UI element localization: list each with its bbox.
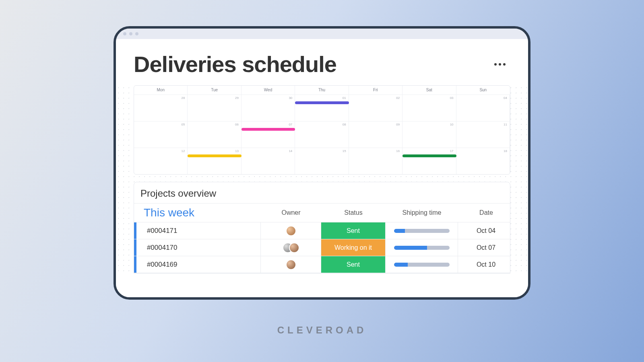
calendar-cell[interactable]: 28 (134, 95, 188, 121)
more-options-button[interactable] (491, 60, 509, 69)
calendar-date-number: 28 (182, 96, 185, 100)
calendar-header-row: Mon Tue Wed Thu Fri Sat Sun (134, 86, 510, 95)
cell-status[interactable]: Sent (321, 256, 386, 273)
calendar-cell[interactable]: 17 (402, 148, 456, 174)
more-dot-icon (503, 63, 506, 66)
calendar-event-bar[interactable] (188, 154, 241, 157)
project-id-text: #0004170 (136, 239, 261, 256)
shipping-progress-bar[interactable] (394, 229, 450, 233)
shipping-progress-bar[interactable] (394, 263, 450, 267)
calendar-date-number: 05 (182, 123, 185, 126)
cell-shipping-time (386, 239, 458, 256)
calendar-cell[interactable]: 02 (349, 95, 402, 121)
projects-overview-card: Projects overview This week Owner Status… (134, 182, 510, 274)
cell-shipping-time (386, 256, 458, 273)
calendar-cell[interactable]: 05 (134, 121, 188, 148)
calendar-week-row: 05060708091011 (134, 121, 510, 148)
avatar[interactable] (286, 259, 296, 270)
table-row[interactable]: #0004171SentOct 04 (134, 222, 510, 239)
cell-project-id: #0004169 (134, 256, 261, 273)
calendar-date-number: 04 (504, 96, 507, 100)
calendar-cell[interactable]: 12 (134, 148, 188, 174)
page-title: Deliveries schedule (134, 51, 336, 77)
calendar-cell[interactable]: 18 (456, 148, 510, 174)
calendar-day-header: Tue (188, 86, 241, 95)
calendar-date-number: 09 (396, 123, 400, 126)
projects-table-header: This week Owner Status Shipping time Dat… (134, 203, 510, 222)
shipping-progress-fill (394, 229, 405, 233)
calendar-cell[interactable]: 06 (188, 121, 241, 148)
calendar-day-header: Fri (349, 86, 402, 95)
calendar-date-number: 15 (343, 149, 346, 153)
projects-overview-title: Projects overview (134, 182, 510, 203)
calendar-date-number: 12 (182, 149, 185, 153)
calendar-date-number: 02 (396, 96, 400, 100)
projects-group-label[interactable]: This week (134, 206, 261, 219)
cell-owner (261, 239, 321, 256)
calendar-date-number: 03 (450, 96, 454, 100)
calendar-widget[interactable]: Mon Tue Wed Thu Fri Sat Sun 282930010203… (134, 85, 510, 175)
calendar-date-number: 16 (396, 149, 400, 153)
calendar-date-number: 30 (289, 96, 292, 100)
traffic-light-minimize[interactable] (129, 32, 132, 35)
calendar-day-header: Mon (134, 86, 188, 95)
calendar-date-number: 14 (289, 149, 292, 153)
calendar-date-number: 06 (235, 123, 239, 126)
calendar-body: 2829300102030405060708091011121314151617… (134, 95, 510, 174)
traffic-light-close[interactable] (123, 32, 126, 35)
calendar-cell[interactable]: 13 (188, 148, 241, 174)
calendar-cell[interactable]: 01 (295, 95, 349, 121)
window-titlebar (116, 29, 528, 39)
calendar-cell[interactable]: 09 (349, 121, 402, 148)
calendar-cell[interactable]: 14 (242, 148, 295, 174)
brand-wordmark: CLEVEROAD (277, 325, 367, 336)
calendar-day-header: Sat (402, 86, 456, 95)
calendar-cell[interactable]: 30 (242, 95, 295, 121)
avatar[interactable] (289, 243, 299, 253)
calendar-cell[interactable]: 10 (402, 121, 456, 148)
calendar-week-row: 12131415161718 (134, 148, 510, 174)
more-dot-icon (499, 63, 501, 66)
calendar-date-number: 18 (504, 149, 507, 153)
cell-date: Oct 04 (458, 222, 510, 239)
cell-date: Oct 10 (458, 256, 510, 273)
calendar-cell[interactable]: 08 (295, 121, 349, 148)
calendar-day-header: Thu (295, 86, 349, 95)
project-id-text: #0004169 (136, 256, 261, 273)
calendar-cell[interactable]: 04 (456, 95, 510, 121)
avatar[interactable] (286, 226, 296, 236)
cell-owner (261, 222, 321, 239)
calendar-cell[interactable]: 07 (242, 121, 295, 148)
cell-project-id: #0004170 (134, 239, 261, 256)
calendar-event-bar[interactable] (295, 101, 349, 104)
calendar-date-number: 29 (235, 96, 239, 100)
calendar-date-number: 13 (235, 149, 239, 153)
project-id-text: #0004171 (136, 222, 261, 239)
shipping-progress-bar[interactable] (394, 246, 450, 250)
table-row[interactable]: #0004170Working on itOct 07 (134, 239, 510, 256)
calendar-date-number: 17 (450, 149, 454, 153)
calendar-date-number: 08 (343, 123, 346, 126)
app-window: Deliveries schedule Mon Tue Wed Thu Fri … (114, 26, 530, 300)
cell-status[interactable]: Sent (321, 222, 386, 239)
calendar-event-bar[interactable] (242, 128, 295, 131)
calendar-cell[interactable]: 03 (402, 95, 456, 121)
calendar-event-bar[interactable] (402, 154, 456, 157)
calendar-cell[interactable]: 29 (188, 95, 241, 121)
calendar-date-number: 07 (289, 123, 292, 126)
content-area: Deliveries schedule Mon Tue Wed Thu Fri … (116, 39, 528, 297)
more-dot-icon (494, 63, 497, 66)
column-header-owner: Owner (261, 209, 321, 216)
cell-shipping-time (386, 222, 458, 239)
calendar-date-number: 11 (504, 123, 507, 126)
column-header-date: Date (458, 209, 510, 216)
cell-date: Oct 07 (458, 239, 510, 256)
calendar-cell[interactable]: 11 (456, 121, 510, 148)
table-row[interactable]: #0004169SentOct 10 (134, 256, 510, 273)
page-header: Deliveries schedule (116, 39, 528, 85)
cell-status[interactable]: Working on it (321, 239, 386, 256)
calendar-date-number: 10 (450, 123, 454, 126)
calendar-cell[interactable]: 15 (295, 148, 349, 174)
calendar-cell[interactable]: 16 (349, 148, 402, 174)
traffic-light-maximize[interactable] (135, 32, 138, 35)
